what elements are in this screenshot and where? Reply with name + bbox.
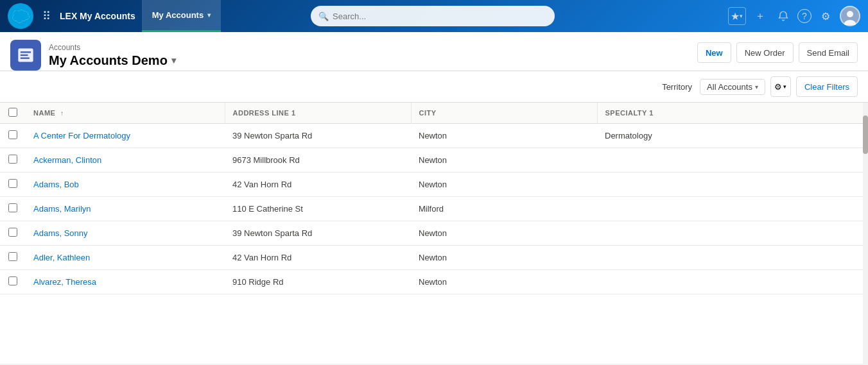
row-city-cell: Newton xyxy=(411,270,597,294)
row-checkbox[interactable] xyxy=(8,179,17,188)
svg-rect-5 xyxy=(21,55,28,56)
app-grid-icon[interactable]: ⠿ xyxy=(42,9,51,23)
row-checkbox-cell[interactable] xyxy=(0,124,26,148)
row-city-cell: Milford xyxy=(411,197,597,221)
all-accounts-dropdown[interactable]: All Accounts ▾ xyxy=(700,79,765,95)
row-name-cell: A Center For Dermatology xyxy=(26,124,225,148)
row-name-cell: Alvarez, Theresa xyxy=(26,270,225,294)
row-checkbox-cell[interactable] xyxy=(0,173,26,197)
page-header-top: Accounts My Accounts Demo ▾ New New Orde… xyxy=(10,40,858,71)
address-column-header[interactable]: ADDRESS LINE 1 xyxy=(225,103,411,124)
svg-rect-4 xyxy=(21,51,31,53)
tab-chevron-icon: ▾ xyxy=(207,12,211,19)
city-col-label: CITY xyxy=(419,109,437,117)
title-chevron-icon[interactable]: ▾ xyxy=(171,55,176,65)
top-navigation: ⠿ LEX My Accounts My Accounts ▾ 🔍 ★ ▾ ＋ … xyxy=(0,0,868,32)
row-checkbox[interactable] xyxy=(8,276,17,285)
object-icon xyxy=(10,40,41,71)
scrollbar-thumb[interactable] xyxy=(863,115,868,154)
new-button[interactable]: New xyxy=(697,42,731,63)
my-accounts-tab[interactable]: My Accounts ▾ xyxy=(142,0,221,32)
new-order-button[interactable]: New Order xyxy=(736,42,794,63)
row-checkbox-cell[interactable] xyxy=(0,246,26,270)
star-icon: ★ xyxy=(731,10,740,22)
account-name-link[interactable]: Adams, Marilyn xyxy=(33,204,91,214)
row-checkbox-cell[interactable] xyxy=(0,148,26,173)
row-address-cell: 9673 Millbrook Rd xyxy=(225,148,411,173)
send-email-button[interactable]: Send Email xyxy=(799,42,858,63)
specialty-col-label: SPECIALTY 1 xyxy=(605,109,654,117)
svg-point-1 xyxy=(847,11,853,17)
row-checkbox[interactable] xyxy=(8,228,17,237)
table-row: Ackerman, Clinton 9673 Millbrook Rd Newt… xyxy=(0,148,868,173)
search-icon: 🔍 xyxy=(318,12,329,21)
account-name-link[interactable]: Adams, Sonny xyxy=(33,228,88,238)
row-address-cell: 110 E Catherine St xyxy=(225,197,411,221)
row-city-cell: Newton xyxy=(411,246,597,270)
row-address-cell: 42 Van Horn Rd xyxy=(225,173,411,197)
row-checkbox-cell[interactable] xyxy=(0,270,26,294)
page-breadcrumb: Accounts xyxy=(49,43,176,52)
table-header-row: NAME ↑ ADDRESS LINE 1 CITY SPECIALTY 1 xyxy=(0,103,868,124)
table-settings-button[interactable]: ⚙ ▾ xyxy=(770,76,791,97)
salesforce-logo[interactable] xyxy=(8,3,33,29)
row-checkbox[interactable] xyxy=(8,155,17,164)
row-city-cell: Newton xyxy=(411,148,597,173)
account-name-link[interactable]: Adler, Kathleen xyxy=(33,253,90,262)
account-name-link[interactable]: Ackerman, Clinton xyxy=(33,155,101,165)
page-header: Accounts My Accounts Demo ▾ New New Orde… xyxy=(0,32,868,71)
row-name-cell: Adler, Kathleen xyxy=(26,246,225,270)
row-checkbox[interactable] xyxy=(8,130,17,139)
row-checkbox[interactable] xyxy=(8,252,17,261)
row-checkbox-cell[interactable] xyxy=(0,197,26,221)
row-name-cell: Adams, Marilyn xyxy=(26,197,225,221)
row-specialty-cell xyxy=(597,148,868,173)
row-specialty-cell xyxy=(597,246,868,270)
row-checkbox-cell[interactable] xyxy=(0,221,26,246)
favorites-button[interactable]: ★ ▾ xyxy=(728,7,746,25)
page-header-actions: New New Order Send Email xyxy=(697,40,858,63)
add-icon[interactable]: ＋ xyxy=(751,7,769,25)
name-column-header[interactable]: NAME ↑ xyxy=(26,103,225,124)
account-name-link[interactable]: Alvarez, Theresa xyxy=(33,277,96,287)
accounts-table-wrapper: NAME ↑ ADDRESS LINE 1 CITY SPECIALTY 1 xyxy=(0,103,868,364)
search-input[interactable] xyxy=(333,12,547,21)
account-name-link[interactable]: A Center For Dermatology xyxy=(33,131,130,140)
settings-icon[interactable]: ⚙ xyxy=(817,7,835,25)
table-body: A Center For Dermatology 39 Newton Spart… xyxy=(0,124,868,294)
row-name-cell: Adams, Sonny xyxy=(26,221,225,246)
app-name: LEX My Accounts xyxy=(60,11,135,21)
page-header-text: Accounts My Accounts Demo ▾ xyxy=(49,43,176,68)
table-row: A Center For Dermatology 39 Newton Spart… xyxy=(0,124,868,148)
row-city-cell: Newton xyxy=(411,221,597,246)
filter-bar: Territory All Accounts ▾ ⚙ ▾ Clear Filte… xyxy=(0,71,868,103)
address-col-label: ADDRESS LINE 1 xyxy=(233,109,296,117)
specialty-column-header[interactable]: SPECIALTY 1 xyxy=(597,103,868,124)
row-specialty-cell xyxy=(597,173,868,197)
table-row: Adams, Marilyn 110 E Catherine St Milfor… xyxy=(0,197,868,221)
notification-icon[interactable] xyxy=(774,7,792,25)
city-column-header[interactable]: CITY xyxy=(411,103,597,124)
row-specialty-cell xyxy=(597,270,868,294)
help-icon[interactable]: ? xyxy=(797,9,812,23)
gear-chevron-icon: ▾ xyxy=(783,83,786,90)
row-city-cell: Newton xyxy=(411,173,597,197)
page-title: My Accounts Demo ▾ xyxy=(49,53,176,68)
scrollbar-track[interactable] xyxy=(863,103,868,364)
gear-settings-icon: ⚙ xyxy=(774,82,782,92)
page-title-text: My Accounts Demo xyxy=(49,53,168,68)
name-sort-icon: ↑ xyxy=(60,110,64,117)
row-checkbox[interactable] xyxy=(8,203,17,212)
row-name-cell: Adams, Bob xyxy=(26,173,225,197)
table-row: Adler, Kathleen 42 Van Horn Rd Newton xyxy=(0,246,868,270)
table-row: Adams, Sonny 39 Newton Sparta Rd Newton xyxy=(0,221,868,246)
user-avatar[interactable] xyxy=(840,6,860,26)
accounts-table-container: NAME ↑ ADDRESS LINE 1 CITY SPECIALTY 1 xyxy=(0,103,868,364)
row-address-cell: 42 Van Horn Rd xyxy=(225,246,411,270)
svg-rect-6 xyxy=(21,58,30,59)
select-all-checkbox[interactable] xyxy=(8,108,17,117)
select-all-header[interactable] xyxy=(0,103,26,124)
global-search-bar[interactable]: 🔍 xyxy=(311,6,555,26)
account-name-link[interactable]: Adams, Bob xyxy=(33,180,79,189)
clear-filters-button[interactable]: Clear Filters xyxy=(796,76,858,97)
